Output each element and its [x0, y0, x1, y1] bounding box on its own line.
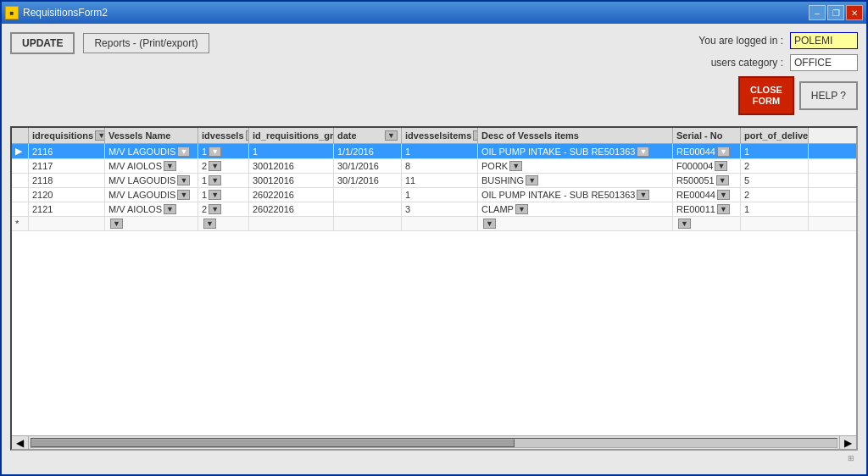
table-cell[interactable]	[334, 217, 402, 230]
cell-dropdown-arrow[interactable]: ▼	[164, 161, 176, 171]
table-cell[interactable]: 1	[249, 144, 334, 158]
table-cell[interactable]	[334, 202, 402, 216]
cell-dropdown-arrow[interactable]: ▼	[483, 219, 496, 229]
table-cell[interactable]: R500051▼	[673, 174, 741, 187]
table-cell[interactable]: PORK▼	[478, 159, 673, 173]
table-cell[interactable]: 11	[402, 174, 478, 187]
cell-dropdown-arrow[interactable]: ▼	[209, 161, 221, 171]
table-cell[interactable]: OIL PUMP INTAKE - SUB RE501363▼	[478, 144, 673, 158]
cell-dropdown-arrow[interactable]: ▼	[637, 147, 649, 157]
cell-dropdown-arrow[interactable]: ▼	[509, 161, 522, 171]
table-cell[interactable]: 2121	[29, 202, 105, 216]
row-indicator: ▶	[12, 144, 29, 158]
table-cell[interactable]: CLAMP▼	[478, 202, 673, 216]
user-input[interactable]	[790, 32, 858, 49]
table-cell[interactable]: 2▼	[198, 159, 249, 173]
cell-dropdown-arrow[interactable]: ▼	[164, 204, 176, 214]
table-cell[interactable]: ▼	[478, 217, 673, 230]
cell-dropdown-arrow[interactable]: ▼	[177, 175, 190, 185]
col-filter-idrequisitions[interactable]: ▼	[95, 130, 105, 141]
cell-dropdown-arrow[interactable]: ▼	[716, 175, 729, 185]
table-row[interactable]: 2117M/V AIOLOS▼2▼3001201630/1/20168PORK▼…	[12, 159, 856, 174]
table-cell[interactable]: M/V AIOLOS▼	[105, 159, 198, 173]
table-cell[interactable]: 30/1/2016	[334, 174, 402, 187]
table-cell[interactable]: 1	[741, 144, 809, 158]
scroll-left-button[interactable]: ◀	[12, 436, 29, 450]
table-cell[interactable]: 26022016	[249, 202, 334, 216]
horizontal-scrollbar-area: ◀ ▶	[12, 435, 856, 449]
table-cell[interactable]: 30012016	[249, 174, 334, 187]
table-row[interactable]: 2121M/V AIOLOS▼2▼260220163CLAMP▼RE00011▼…	[12, 202, 856, 217]
table-cell[interactable]: 2120	[29, 188, 105, 202]
table-cell[interactable]: 8	[402, 159, 478, 173]
table-cell[interactable]: M/V LAGOUDIS▼	[105, 174, 198, 187]
cell-dropdown-arrow[interactable]: ▼	[717, 190, 730, 200]
col-filter-date[interactable]: ▼	[385, 130, 398, 141]
table-cell[interactable]: ▼	[105, 217, 198, 230]
table-cell[interactable]: 2117	[29, 159, 105, 173]
horizontal-scrollbar[interactable]	[31, 438, 837, 448]
cell-dropdown-arrow[interactable]: ▼	[715, 161, 727, 171]
cell-dropdown-arrow[interactable]: ▼	[177, 147, 190, 157]
table-cell[interactable]: 26022016	[249, 188, 334, 202]
reports-button[interactable]: Reports - (Print/export)	[83, 33, 209, 53]
cell-dropdown-arrow[interactable]: ▼	[717, 147, 730, 157]
help-button[interactable]: HELP ?	[799, 81, 858, 110]
table-cell[interactable]: M/V LAGOUDIS▼	[105, 144, 198, 158]
table-cell[interactable]: 1	[402, 144, 478, 158]
table-cell[interactable]: 2118	[29, 174, 105, 187]
table-cell[interactable]: M/V LAGOUDIS▼	[105, 188, 198, 202]
table-cell[interactable]: BUSHING▼	[478, 174, 673, 187]
table-cell[interactable]: 1▼	[198, 188, 249, 202]
table-cell[interactable]: 1	[741, 202, 809, 216]
table-cell[interactable]: 1▼	[198, 174, 249, 187]
table-row[interactable]: 2120M/V LAGOUDIS▼1▼260220161OIL PUMP INT…	[12, 188, 856, 202]
window-close-button[interactable]: ✕	[846, 5, 863, 20]
table-cell[interactable]	[249, 217, 334, 230]
table-cell[interactable]: RE00044▼	[673, 144, 741, 158]
scroll-right-button[interactable]: ▶	[839, 436, 856, 450]
table-cell[interactable]: 30/1/2016	[334, 159, 402, 173]
restore-button[interactable]: ❐	[827, 5, 844, 20]
table-cell[interactable]: 2▼	[198, 202, 249, 216]
table-cell[interactable]: 5	[741, 174, 809, 187]
cell-dropdown-arrow[interactable]: ▼	[209, 147, 221, 157]
table-cell[interactable]: 2	[741, 159, 809, 173]
minimize-button[interactable]: –	[809, 5, 826, 20]
cell-dropdown-arrow[interactable]: ▼	[637, 190, 649, 200]
table-row[interactable]: ▶2116M/V LAGOUDIS▼1▼11/1/20161OIL PUMP I…	[12, 144, 856, 159]
table-cell[interactable]	[334, 188, 402, 202]
table-cell[interactable]: 1▼	[198, 144, 249, 158]
table-cell[interactable]	[402, 217, 478, 230]
cell-dropdown-arrow[interactable]: ▼	[515, 204, 528, 214]
table-cell[interactable]: 2116	[29, 144, 105, 158]
table-cell[interactable]: F000004▼	[673, 159, 741, 173]
cell-dropdown-arrow[interactable]: ▼	[209, 190, 221, 200]
table-cell[interactable]: ▼	[198, 217, 249, 230]
close-form-button[interactable]: CLOSE FORM	[738, 76, 794, 115]
table-cell[interactable]: RE00011▼	[673, 202, 741, 216]
cell-dropdown-arrow[interactable]: ▼	[177, 190, 190, 200]
cell-dropdown-arrow[interactable]: ▼	[209, 204, 221, 214]
table-cell[interactable]: 1	[402, 188, 478, 202]
table-cell[interactable]: OIL PUMP INTAKE - SUB RE501363▼	[478, 188, 673, 202]
table-cell[interactable]: RE00044▼	[673, 188, 741, 202]
table-cell[interactable]: 30012016	[249, 159, 334, 173]
cell-dropdown-arrow[interactable]: ▼	[526, 175, 538, 185]
cell-dropdown-arrow[interactable]: ▼	[203, 219, 216, 229]
category-input[interactable]	[790, 54, 858, 71]
cell-dropdown-arrow[interactable]: ▼	[678, 219, 691, 229]
table-cell[interactable]: 2	[741, 188, 809, 202]
table-row[interactable]: *▼▼▼▼	[12, 217, 856, 231]
cell-dropdown-arrow[interactable]: ▼	[209, 175, 221, 185]
table-row[interactable]: 2118M/V LAGOUDIS▼1▼3001201630/1/201611BU…	[12, 174, 856, 188]
table-cell[interactable]: ▼	[673, 217, 741, 230]
update-button[interactable]: UPDATE	[10, 32, 75, 54]
cell-dropdown-arrow[interactable]: ▼	[110, 219, 123, 229]
table-cell[interactable]	[741, 217, 809, 230]
cell-dropdown-arrow[interactable]: ▼	[717, 204, 730, 214]
table-cell[interactable]: 1/1/2016	[334, 144, 402, 158]
table-cell[interactable]: 3	[402, 202, 478, 216]
table-cell[interactable]: M/V AIOLOS▼	[105, 202, 198, 216]
table-cell[interactable]	[29, 217, 105, 230]
